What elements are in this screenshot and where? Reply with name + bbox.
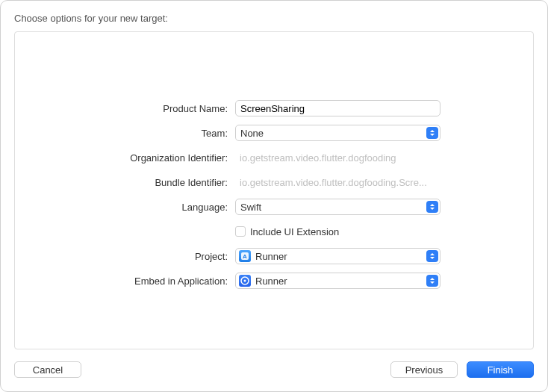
product-name-label: Product Name: <box>15 103 235 114</box>
project-label: Project: <box>15 251 235 262</box>
target-app-icon <box>239 275 251 287</box>
previous-button[interactable]: Previous <box>390 361 458 378</box>
include-ui-ext-label: Include UI Extension <box>250 226 339 237</box>
team-select[interactable]: None <box>235 125 440 141</box>
sheet-title: Choose options for your new target: <box>14 13 534 24</box>
include-ui-ext-checkbox[interactable]: Include UI Extension <box>235 226 339 237</box>
updown-arrows-icon <box>426 250 438 262</box>
language-select[interactable]: Swift <box>235 199 440 215</box>
embed-in-app-select-value: Runner <box>255 276 422 287</box>
org-identifier-value: io.getstream.video.flutter.dogfooding <box>235 152 440 164</box>
language-row: Language: Swift <box>15 198 533 216</box>
updown-arrows-icon <box>426 275 438 287</box>
cancel-button[interactable]: Cancel <box>14 361 81 378</box>
bundle-identifier-value: io.getstream.video.flutter.dogfooding.Sc… <box>235 177 440 188</box>
language-label: Language: <box>15 202 235 213</box>
embed-in-app-label: Embed in Application: <box>15 276 235 287</box>
org-identifier-label: Organization Identifier: <box>15 152 235 164</box>
language-select-value: Swift <box>240 202 422 213</box>
bundle-identifier-row: Bundle Identifier: io.getstream.video.fl… <box>15 173 533 191</box>
product-name-input[interactable] <box>235 100 440 116</box>
updown-arrows-icon <box>426 201 438 213</box>
checkbox-icon <box>235 226 246 237</box>
svg-point-3 <box>244 280 246 282</box>
finish-button[interactable]: Finish <box>467 361 534 378</box>
project-select[interactable]: A Runner <box>235 248 440 264</box>
new-target-sheet: Choose options for your new target: Prod… <box>0 0 548 392</box>
product-name-row: Product Name: <box>15 99 533 117</box>
project-row: Project: A Runner <box>15 247 533 265</box>
include-ui-ext-row: Include UI Extension <box>15 223 533 240</box>
embed-in-app-row: Embed in Application: Runner <box>15 272 533 290</box>
org-identifier-row: Organization Identifier: io.getstream.vi… <box>15 149 533 167</box>
team-label: Team: <box>15 128 235 139</box>
button-bar: Cancel Previous Finish <box>14 361 534 378</box>
embed-in-app-select[interactable]: Runner <box>235 273 440 289</box>
team-row: Team: None <box>15 124 533 142</box>
bundle-identifier-label: Bundle Identifier: <box>15 177 235 188</box>
team-select-value: None <box>240 128 422 139</box>
svg-text:A: A <box>243 253 247 260</box>
project-select-value: Runner <box>255 251 422 262</box>
updown-arrows-icon <box>426 127 438 139</box>
form-panel: Product Name: Team: None Organization Id… <box>14 31 534 349</box>
xcode-project-icon: A <box>239 250 251 262</box>
